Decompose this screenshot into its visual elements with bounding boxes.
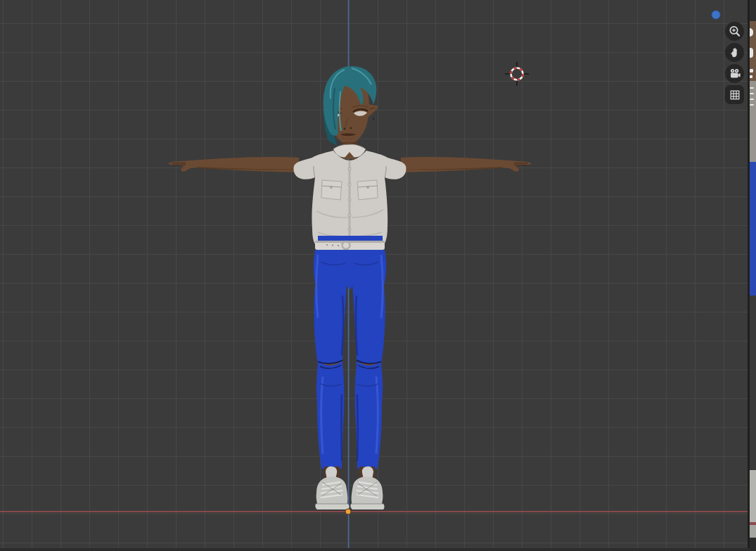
partial-list-line-3: [750, 99, 754, 100]
camera-view-button[interactable]: [725, 64, 744, 83]
jeans-hips: [314, 250, 386, 290]
camera-icon: [728, 67, 742, 81]
shirt-pocket-left: [321, 180, 342, 200]
partial-list-line-1: [750, 87, 754, 89]
partial-hand-icon: [750, 48, 753, 58]
character-belt: [315, 241, 385, 250]
shirt-pocket-right: [357, 180, 378, 200]
earring: [373, 118, 375, 120]
hand-icon: [728, 46, 741, 59]
3d-viewport[interactable]: [0, 0, 756, 551]
navigation-gizmo-ball[interactable]: [712, 11, 720, 19]
right-sole: [350, 504, 384, 509]
grid-toggle-button[interactable]: [725, 85, 744, 104]
partial-list-line-4: [750, 104, 754, 106]
adjacent-segment-bg: [750, 296, 756, 470]
left-sole: [315, 504, 349, 509]
magnifier-plus-icon: [728, 25, 741, 38]
object-origin-point[interactable]: [345, 509, 351, 514]
character-model[interactable]: [169, 66, 532, 509]
character-head: [323, 66, 378, 146]
partial-camera-icon: [750, 69, 753, 72]
adjacent-segment-shoe: [750, 470, 756, 522]
right-arm: [401, 157, 531, 172]
scene-canvas[interactable]: [0, 0, 756, 551]
grid-icon: [729, 89, 741, 101]
partial-camera-icon-2: [750, 75, 752, 78]
partial-list-line-2: [750, 93, 754, 94]
character-jeans: [314, 250, 386, 469]
left-arm: [169, 157, 299, 172]
pan-view-button[interactable]: [725, 43, 744, 62]
character-shirt: [293, 144, 406, 246]
adjacent-segment-shoe2: [750, 525, 756, 538]
viewport-bottom-border: [0, 548, 756, 551]
adjacent-segment-jeans: [750, 162, 756, 296]
zoom-button[interactable]: [725, 22, 744, 41]
adjacent-segment-header: [750, 0, 756, 21]
3d-cursor: [505, 62, 529, 86]
